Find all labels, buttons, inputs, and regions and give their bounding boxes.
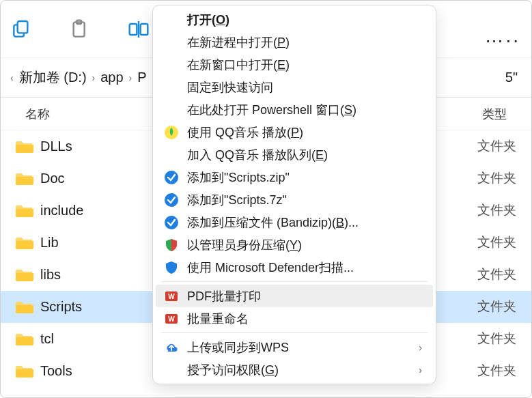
menu-open-new-window[interactable]: 在新窗口中打开(E) [156, 53, 433, 76]
chevron-right-icon: › [419, 342, 422, 353]
rename-button[interactable] [125, 16, 152, 43]
menu-qqmusic-queue[interactable]: 加入 QQ音乐 播放队列(E) [156, 143, 433, 166]
column-type[interactable]: 类型 [482, 106, 507, 122]
file-name: Tools [40, 363, 72, 379]
menu-open[interactable]: 打开(O) [156, 8, 433, 31]
file-name: include [40, 203, 83, 218]
menu-grant-access[interactable]: 授予访问权限(G) › [156, 358, 433, 381]
menu-label: 添加到"Scripts.7z" [187, 192, 287, 208]
folder-icon [16, 332, 33, 345]
menu-separator [161, 332, 428, 333]
chevron-left-icon: ‹ [10, 72, 14, 83]
explorer-window: ….. ‹ 新加卷 (D:) › app › P 5" 名称 类型 DLLs 文… [0, 0, 532, 398]
folder-icon [16, 203, 33, 217]
blank-icon [164, 147, 179, 162]
blank-icon [164, 12, 179, 27]
menu-label: 上传或同步到WPS [187, 339, 289, 356]
wps-icon: W [164, 289, 179, 304]
chevron-right-icon: › [92, 72, 96, 83]
svg-point-10 [165, 216, 178, 229]
file-name: Lib [40, 235, 59, 251]
more-button[interactable]: ….. [484, 25, 520, 47]
breadcrumb-item-truncated: P [137, 70, 146, 85]
breadcrumb-item[interactable]: 新加卷 (D:) [19, 68, 87, 87]
file-name: libs [40, 267, 61, 283]
svg-rect-5 [141, 24, 148, 35]
file-type: 文件夹 [477, 233, 516, 251]
blank-icon [164, 363, 179, 378]
chevron-right-icon: › [129, 72, 132, 83]
file-name: DLLs [40, 139, 72, 154]
cloud-upload-icon [164, 340, 179, 355]
bandizip-shield-icon [164, 238, 179, 253]
folder-icon [16, 364, 33, 378]
wps-icon: W [164, 311, 179, 326]
svg-point-9 [165, 193, 178, 207]
svg-text:W: W [168, 293, 175, 300]
svg-point-8 [165, 171, 178, 184]
folder-icon [16, 236, 33, 249]
file-name: Doc [40, 171, 65, 186]
menu-open-powershell[interactable]: 在此处打开 Powershell 窗口(S) [156, 98, 433, 121]
menu-open-new-process[interactable]: 在新进程中打开(P) [156, 31, 433, 53]
folder-icon [16, 139, 33, 153]
file-type: 文件夹 [477, 201, 516, 219]
folder-icon [16, 300, 33, 313]
svg-rect-4 [130, 24, 137, 35]
menu-wps-batch-rename[interactable]: W 批量重命名 [156, 307, 433, 330]
blank-icon [164, 80, 179, 95]
paste-button[interactable] [66, 16, 94, 43]
folder-icon [16, 268, 33, 281]
menu-label: 在新进程中打开(P) [187, 34, 290, 51]
menu-label: 在新窗口中打开(E) [187, 57, 290, 73]
file-name: tcl [40, 331, 54, 347]
menu-bandizip-7z[interactable]: 添加到"Scripts.7z" [156, 188, 433, 211]
file-type: 文件夹 [477, 169, 516, 187]
svg-rect-1 [18, 21, 28, 33]
svg-text:W: W [168, 315, 175, 323]
file-type: 文件夹 [477, 266, 516, 283]
menu-label: 加入 QQ音乐 播放队列(E) [187, 147, 328, 163]
menu-wps-pdf-print[interactable]: W PDF批量打印 [156, 285, 433, 307]
chevron-right-icon: › [419, 365, 422, 375]
blank-icon [164, 57, 179, 72]
folder-icon [16, 171, 33, 185]
menu-label: 固定到快速访问 [187, 79, 273, 96]
file-type: 文件夹 [477, 298, 516, 315]
bandizip-icon [164, 193, 179, 208]
menu-defender-scan[interactable]: 使用 Microsoft Defender扫描... [156, 256, 433, 279]
menu-bandizip-zip[interactable]: 添加到"Scripts.zip" [156, 166, 433, 188]
defender-shield-icon [164, 260, 179, 275]
menu-separator [161, 281, 428, 282]
column-name[interactable]: 名称 [25, 106, 50, 122]
menu-label: 添加到压缩文件 (Bandizip)(B)... [187, 214, 359, 231]
breadcrumb-item[interactable]: app [100, 70, 123, 85]
qqmusic-icon [164, 125, 179, 140]
bandizip-icon [164, 215, 179, 230]
copy-button[interactable] [8, 16, 35, 43]
menu-qqmusic-play[interactable]: 使用 QQ音乐 播放(P) [156, 121, 433, 143]
menu-label: 授予访问权限(G) [187, 362, 279, 378]
blank-icon [164, 102, 179, 117]
menu-label: 在此处打开 Powershell 窗口(S) [187, 102, 356, 118]
menu-label: 使用 Microsoft Defender扫描... [187, 259, 354, 276]
menu-label: 批量重命名 [187, 311, 249, 327]
menu-pin-quick-access[interactable]: 固定到快速访问 [156, 76, 433, 98]
blank-icon [164, 35, 179, 50]
menu-bandizip-add[interactable]: 添加到压缩文件 (Bandizip)(B)... [156, 211, 433, 233]
file-type: 文件夹 [477, 330, 516, 347]
file-type: 文件夹 [477, 137, 516, 155]
menu-label: 添加到"Scripts.zip" [187, 169, 290, 186]
file-name: Scripts [40, 299, 82, 315]
breadcrumb-right-trunc: 5" [505, 70, 518, 85]
menu-label: PDF批量打印 [187, 288, 261, 304]
menu-wps-sync[interactable]: 上传或同步到WPS › [156, 336, 433, 358]
menu-label: 打开(O) [187, 12, 229, 28]
menu-label: 使用 QQ音乐 播放(P) [187, 124, 303, 141]
context-menu: 打开(O) 在新进程中打开(P) 在新窗口中打开(E) 固定到快速访问 在此处打… [152, 5, 436, 384]
menu-label: 以管理员身份压缩(Y) [187, 237, 302, 253]
bandizip-icon [164, 170, 179, 185]
file-type: 文件夹 [477, 362, 516, 380]
menu-bandizip-admin[interactable]: 以管理员身份压缩(Y) [156, 233, 433, 256]
